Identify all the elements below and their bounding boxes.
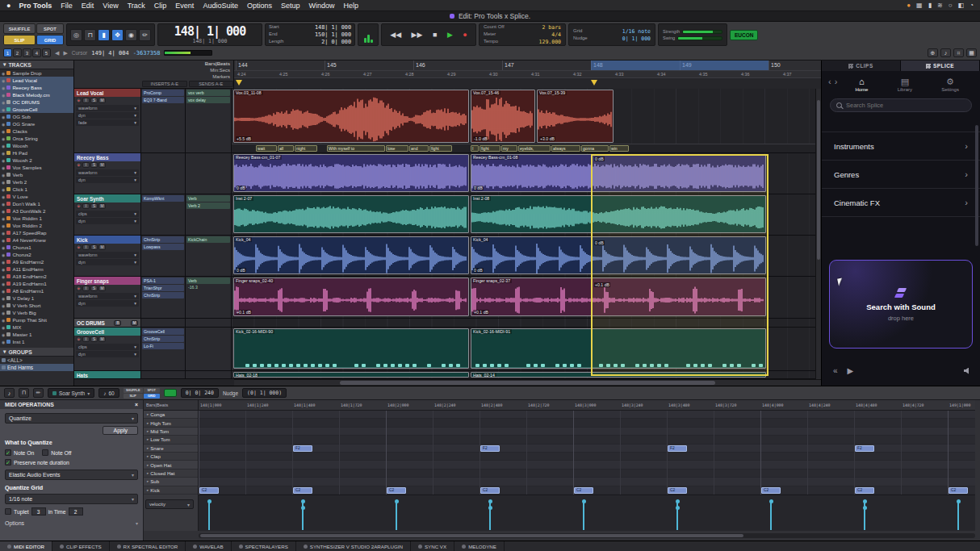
drum-lane-sub[interactable]: ▸Sub xyxy=(144,478,198,486)
menu-track[interactable]: Track xyxy=(128,2,145,10)
velocity-stem[interactable] xyxy=(489,509,491,530)
midi-lane-row[interactable] xyxy=(199,428,975,436)
record-enable-button[interactable]: ● xyxy=(76,336,82,342)
lyric-marker[interactable]: always xyxy=(551,145,580,152)
selector-tool[interactable]: ▮ xyxy=(98,29,110,41)
drum-lane-clap[interactable]: ▸Clap xyxy=(144,453,198,461)
track-show-icon[interactable]: ◉ xyxy=(2,260,5,265)
send-slot[interactable]: vox verb xyxy=(186,90,230,96)
track-header[interactable]: Hats xyxy=(74,371,141,378)
track-view-selector[interactable]: dyn▾ xyxy=(76,218,139,224)
insert-slot[interactable]: GrooveCell xyxy=(142,328,184,335)
track-solo-button[interactable]: S xyxy=(90,162,98,168)
track-show-icon[interactable]: ◉ xyxy=(2,144,5,148)
splice-tab-splice[interactable]: SPLICE xyxy=(901,61,980,71)
checkbox[interactable]: ✓ xyxy=(5,459,11,465)
markers-label[interactable]: Markers xyxy=(212,74,230,79)
track-input-button[interactable]: I xyxy=(82,244,90,250)
audio-clip[interactable]: Hats_02-18 xyxy=(233,372,469,378)
scrollbar-thumb[interactable] xyxy=(200,534,743,537)
bottom-tab-midi-editor[interactable]: MIDI EDITOR xyxy=(0,541,52,551)
eucon-badge[interactable]: EUCON xyxy=(730,30,758,40)
track-name[interactable]: Lead Vocal xyxy=(74,89,140,97)
midi-note[interactable]: C2 xyxy=(480,487,500,494)
track-show-icon[interactable]: ◉ xyxy=(2,267,5,272)
clock-icon[interactable]: ◔ xyxy=(970,2,974,9)
zoom-preset-5[interactable]: 5 xyxy=(42,48,51,57)
sidebar-track-item[interactable]: ◉V Verb Big xyxy=(0,309,73,316)
field-value[interactable]: 150| 1| 000 xyxy=(315,31,351,38)
splice-search[interactable] xyxy=(830,98,972,112)
track-show-icon[interactable]: ◉ xyxy=(2,107,5,112)
ruler-bars[interactable]: 144145146147148149150 xyxy=(234,61,821,71)
horizontal-scrollbar[interactable] xyxy=(234,379,821,386)
swing-slider[interactable] xyxy=(677,36,722,40)
track-name[interactable]: GrooveCell xyxy=(74,328,140,336)
midi-note[interactable]: C2 xyxy=(199,487,219,494)
fast-forward-button[interactable]: ▶▶ xyxy=(412,31,423,39)
tuplet-denominator-field[interactable]: 2 xyxy=(69,507,83,516)
track-show-icon[interactable]: ◉ xyxy=(2,115,5,119)
splice-scrollbar[interactable] xyxy=(975,125,978,246)
bottom-tab-synthesizer-v-studio-2araplugin[interactable]: SYNTHESIZER V STUDIO 2ARAPLUGIN xyxy=(296,541,411,551)
track-view-selector[interactable]: dyn▾ xyxy=(76,259,139,265)
sidebar-track-item[interactable]: ◉Vox Samples xyxy=(0,164,73,171)
drum-lane-closed-hat[interactable]: ▸Closed Hat xyxy=(144,470,198,478)
link-timeline-icon[interactable]: ⊕ xyxy=(928,48,938,57)
midi-lane-row[interactable] xyxy=(199,436,975,444)
track-show-icon[interactable]: ◉ xyxy=(2,100,5,105)
midi-ruler[interactable]: 148|1|000148|1|240148|1|480148|1|720148|… xyxy=(199,400,975,411)
track-header[interactable]: Lead Vocal●ISMwaveform▾dyn▾fade▾ xyxy=(74,89,141,152)
sidebar-track-item[interactable]: ◉Woosh 2 xyxy=(0,157,73,164)
record-enable-button[interactable]: ● xyxy=(76,98,82,103)
track-show-icon[interactable]: ◉ xyxy=(2,311,5,315)
sidebar-track-item[interactable]: ◉Vox Riddim 1 xyxy=(0,215,73,222)
track-show-icon[interactable]: ◉ xyxy=(2,122,5,127)
sidebar-track-item[interactable]: ◉A8 EndHarm1 xyxy=(0,287,73,294)
sidebar-track-item[interactable]: ◉Inst 1 xyxy=(0,338,73,345)
midi-lane-row[interactable] xyxy=(199,470,975,478)
zoom-preset-3[interactable]: 3 xyxy=(23,48,31,57)
track-header[interactable]: Finger snaps●ISMwaveform▾dyn▾ xyxy=(74,277,141,318)
grid-indicator-chip[interactable] xyxy=(164,389,177,397)
midi-note[interactable]: C2 xyxy=(949,487,968,494)
sidebar-track-item[interactable]: ◉Master 1 xyxy=(0,331,73,338)
sidebar-track-item[interactable]: ◉Vox Riddim 2 xyxy=(0,222,73,229)
apply-button[interactable]: Apply xyxy=(103,426,138,435)
drum-lane-mid-tom[interactable]: ▸Mid Tom xyxy=(144,428,198,436)
scrollbar-thumb[interactable] xyxy=(817,100,820,260)
grabber-tool[interactable]: ✥ xyxy=(111,29,124,41)
midi-mode-spot[interactable]: SPOT xyxy=(144,388,160,393)
midi-note[interactable]: C2 xyxy=(574,487,593,494)
search-icon[interactable]: ○ xyxy=(949,2,953,9)
sidebar-track-item[interactable]: ◉Don't Walk 1 xyxy=(0,200,73,207)
insert-slot[interactable]: ChnStrip xyxy=(142,236,184,243)
apple-menu-icon[interactable]: ● xyxy=(6,2,10,10)
play-button[interactable]: ▶ xyxy=(447,31,453,39)
record-enable-button[interactable]: ● xyxy=(76,244,82,250)
insert-slot[interactable]: ChnStrip xyxy=(142,336,184,342)
track-mute-button[interactable]: M xyxy=(98,162,106,168)
sidebar-track-item[interactable]: ◉OG Sub xyxy=(0,113,73,120)
elastic-audio-select[interactable]: Elastic Audio Events ▾ xyxy=(5,470,138,480)
velocity-stem[interactable] xyxy=(583,503,584,530)
menu-pro-tools[interactable]: Pro Tools xyxy=(19,2,52,10)
lyric-marker[interactable]: lose xyxy=(386,145,408,152)
send-slot[interactable]: Verb xyxy=(186,278,230,284)
midi-lane-row[interactable] xyxy=(199,478,975,486)
splice-category-instruments[interactable]: Instruments› xyxy=(822,132,980,161)
quantize-option-note-on[interactable]: ✓Note On xyxy=(5,449,34,456)
drum-lane-snare[interactable]: ▸Snare xyxy=(144,445,198,453)
mirrored-midi-icon[interactable]: ♪ xyxy=(940,48,951,57)
drum-lane-high-tom[interactable]: ▸High Tom xyxy=(144,419,198,427)
search-input[interactable] xyxy=(846,102,965,109)
trim-tool-icon[interactable]: ⊓ xyxy=(19,388,29,398)
track-show-icon[interactable]: ◉ xyxy=(2,71,5,76)
midi-lane-row[interactable] xyxy=(199,411,975,419)
track-show-icon[interactable]: ◉ xyxy=(2,274,5,279)
audio-clip[interactable]: Reecey Bass-cm_01-070 dB xyxy=(233,154,469,192)
timeline-ruler[interactable]: 144145146147148149150 4:244:254:264:274:… xyxy=(234,61,821,88)
track-show-icon[interactable]: ◉ xyxy=(2,245,5,250)
track-show-icon[interactable]: ◉ xyxy=(2,165,5,170)
sidebar-track-item[interactable]: ◉A19 EndHarm1 xyxy=(0,280,73,287)
